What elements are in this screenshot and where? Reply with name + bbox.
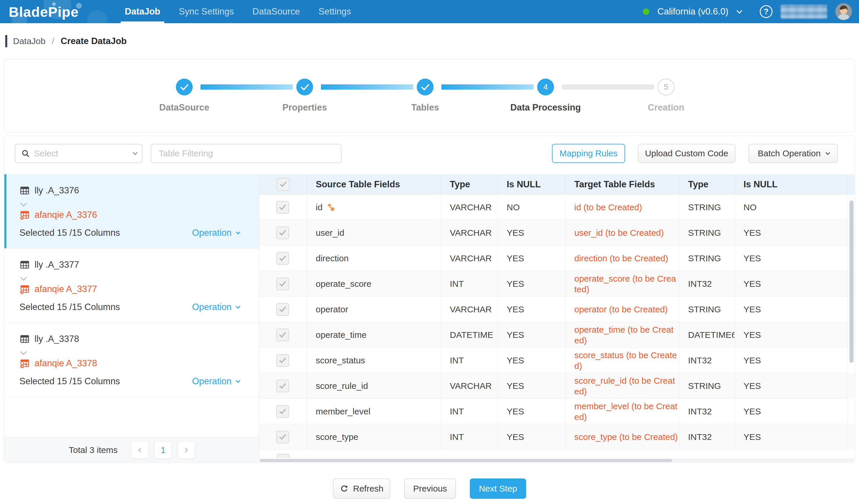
previous-page-button[interactable]: [132, 442, 148, 458]
table-header-row: Source Table Fields Type Is NULL Target …: [259, 174, 855, 194]
cell-checkbox: [259, 322, 307, 348]
table-list-item[interactable]: lly .A_3376 afanqie A_3376: [4, 174, 259, 249]
cell-target-field: score_type (to be Created): [566, 424, 679, 450]
check-icon: [279, 433, 286, 440]
help-glyph: ?: [764, 7, 769, 16]
cell-checkbox: [259, 424, 307, 450]
cell-target-isnull: NO: [735, 194, 848, 220]
cell-checkbox: [259, 246, 307, 271]
step-circle-creation: 5: [658, 79, 675, 95]
table-row: member_level INT YES member_level (to be…: [259, 399, 855, 424]
nav-item-datasource[interactable]: DataSource: [243, 0, 310, 23]
chevron-down-icon[interactable]: [737, 8, 742, 14]
cell-source-field: member_level: [307, 399, 441, 424]
row-checkbox[interactable]: [276, 380, 289, 392]
cell-source-field: score_rule_id: [307, 373, 441, 399]
mapping-rules-button[interactable]: Mapping Rules: [552, 144, 625, 163]
nav-item-sync-settings[interactable]: Sync Settings: [169, 0, 243, 23]
cell-target-field: member_level (to be Created): [566, 399, 679, 424]
source-table-line: lly .A_3378: [19, 333, 239, 345]
refresh-label: Refresh: [353, 484, 383, 493]
previous-button[interactable]: Previous: [404, 478, 456, 499]
chevron-down-icon: [825, 150, 830, 155]
nav-item-settings[interactable]: Settings: [310, 0, 360, 23]
cell-checkbox: [259, 271, 307, 297]
chevron-down-icon[interactable]: [20, 349, 27, 355]
region-version-label[interactable]: California (v0.6.0): [657, 6, 728, 17]
brand-logo[interactable]: BladePipe: [0, 0, 107, 23]
breadcrumb-parent[interactable]: DataJob: [13, 36, 46, 46]
cell-source-type: INT: [441, 424, 498, 450]
table-icon: [19, 185, 30, 196]
select-all-checkbox[interactable]: [277, 178, 290, 191]
cell-target-field: score_status (to be Created): [566, 348, 679, 373]
total-items-label: Total 3 items: [69, 445, 118, 455]
next-step-button[interactable]: Next Step: [470, 478, 526, 499]
field-mapping-table: Source Table Fields Type Is NULL Target …: [259, 174, 855, 462]
table-row: operator VARCHAR YES operator (to be Cre…: [259, 297, 855, 322]
target-table-line: afanqie A_3376: [19, 208, 239, 221]
avatar-illustration: [835, 3, 852, 20]
target-table-line: afanqie A_3378: [19, 357, 239, 370]
row-checkbox[interactable]: [276, 303, 289, 316]
step-number: 5: [664, 82, 668, 92]
cell-source-isnull: YES: [498, 297, 566, 322]
upload-custom-code-button[interactable]: Upload Custom Code: [638, 144, 735, 163]
page-number-button[interactable]: 1: [155, 442, 171, 458]
select-dropdown[interactable]: Select: [15, 144, 142, 163]
cell-source-type: VARCHAR: [441, 220, 498, 246]
row-checkbox[interactable]: [276, 226, 289, 239]
cell-target-field: id (to be Created): [566, 194, 679, 220]
operation-dropdown[interactable]: Operation: [192, 227, 239, 238]
row-checkbox[interactable]: [277, 454, 290, 458]
cell-checkbox: [259, 194, 307, 220]
check-icon: [279, 331, 286, 337]
row-checkbox[interactable]: [276, 329, 289, 341]
cell-checkbox: [259, 297, 307, 322]
help-icon[interactable]: ?: [760, 5, 772, 18]
page-title: Create DataJob: [61, 36, 126, 46]
row-checkbox[interactable]: [276, 278, 289, 290]
selected-columns-summary: Selected 15 /15 Columns: [19, 227, 120, 238]
step-connector: [562, 84, 654, 90]
table-icon: [19, 259, 30, 270]
avatar[interactable]: [835, 3, 852, 20]
cell-checkbox: [259, 220, 307, 246]
page-number: 1: [161, 445, 166, 455]
selected-columns-summary: Selected 15 /15 Columns: [19, 302, 120, 312]
row-checkbox[interactable]: [276, 252, 289, 265]
check-icon: [180, 82, 189, 90]
next-page-button[interactable]: [178, 442, 195, 458]
chevron-left-icon: [138, 447, 144, 452]
operation-dropdown[interactable]: Operation: [192, 376, 239, 387]
nav-item-datajob[interactable]: DataJob: [116, 0, 169, 23]
creation-stepper: 4 5 DataSource Properties Tables Data Pr…: [4, 60, 855, 132]
chevron-down-icon[interactable]: [20, 274, 27, 281]
batch-operation-button[interactable]: Batch Operation: [749, 144, 838, 163]
horizontal-scrollbar-thumb[interactable]: [260, 459, 672, 462]
data-processing-card: Select Mapping Rules Upload Custom Code …: [4, 136, 855, 462]
table-list-item[interactable]: lly .A_3377 afanqie A_3377: [4, 249, 259, 323]
table-list-item[interactable]: lly .A_3378 afanqie A_3378: [4, 323, 259, 397]
step-label-datasource: DataSource: [138, 103, 231, 113]
selected-accent-bar: [4, 174, 6, 248]
header-source-fields: Source Table Fields: [307, 174, 441, 194]
previous-label: Previous: [413, 484, 447, 493]
row-checkbox[interactable]: [276, 405, 289, 418]
check-icon: [279, 280, 286, 286]
step-label-data-processing: Data Processing: [499, 103, 592, 113]
operation-dropdown[interactable]: Operation: [192, 302, 239, 312]
chevron-down-icon[interactable]: [20, 200, 27, 207]
refresh-button[interactable]: Refresh: [333, 478, 390, 499]
row-checkbox[interactable]: [276, 201, 289, 214]
table-row: id VARCHAR NO id (to be Created) STRING …: [259, 194, 855, 220]
vertical-scrollbar-thumb[interactable]: [849, 200, 854, 363]
row-checkbox[interactable]: [276, 354, 289, 367]
table-filtering-input[interactable]: [151, 144, 342, 163]
cell-source-field: score_type: [307, 424, 441, 450]
row-checkbox[interactable]: [276, 431, 289, 443]
cell-target-field: operate_time (to be Created): [566, 322, 679, 348]
brand-logo-text: BladePipe: [9, 4, 79, 20]
item-footer: Selected 15 /15 Columns Operation: [19, 227, 239, 238]
operation-label: Operation: [192, 376, 231, 387]
